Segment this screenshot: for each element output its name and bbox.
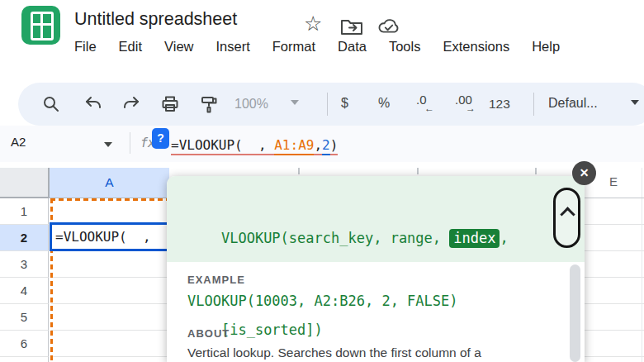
grid-column-tick — [535, 168, 537, 174]
row-header-partial — [0, 357, 49, 362]
grid-column-tick — [298, 168, 300, 174]
search-icon[interactable] — [41, 94, 61, 114]
percent-format-button[interactable]: % — [378, 96, 390, 111]
row-header-5[interactable]: 5 — [0, 304, 49, 331]
more-formats-button[interactable]: 123 — [489, 97, 510, 112]
cloud-check-icon[interactable] — [376, 16, 401, 40]
menu-format[interactable]: Format — [272, 39, 315, 55]
increase-decimal-button[interactable]: .00 → — [455, 93, 483, 117]
name-box[interactable]: A2 — [11, 135, 26, 149]
formula-help-badge[interactable]: ? — [152, 128, 169, 149]
signature-suffix: , — [500, 230, 508, 246]
document-title[interactable]: Untitled spreadsheet — [74, 9, 237, 30]
close-help-button[interactable]: ✕ — [572, 161, 596, 185]
increase-decimal-arrow-icon: → — [466, 102, 476, 114]
function-signature: VLOOKUP(search_key, range, index, [is_so… — [167, 176, 585, 262]
font-caret-icon[interactable] — [631, 100, 639, 105]
formula-seg-index: 2 — [322, 137, 330, 155]
row-header-6[interactable]: 6 — [0, 331, 49, 357]
star-icon[interactable]: ☆ — [304, 12, 322, 35]
row-header-1[interactable]: 1 — [0, 198, 49, 225]
redo-icon[interactable] — [121, 94, 141, 114]
print-icon[interactable] — [160, 94, 180, 114]
decrease-decimal-arrow-icon: ← — [424, 102, 434, 114]
row-header-3[interactable]: 3 — [0, 251, 49, 278]
undo-icon[interactable] — [83, 94, 103, 114]
grid-column-tick — [417, 168, 419, 174]
menu-file[interactable]: File — [74, 39, 97, 55]
menu-tools[interactable]: Tools — [389, 39, 421, 55]
formula-input[interactable]: =VLOOKUP( , A1:A9,2) — [171, 137, 338, 153]
about-label: ABOUT — [187, 327, 585, 340]
column-header-a[interactable]: A — [50, 168, 169, 198]
formula-seg-range: A1:A9 — [274, 137, 314, 155]
row-header-2[interactable]: 2 — [0, 225, 49, 251]
signature-prefix: VLOOKUP(search_key, range, — [221, 230, 449, 246]
formula-seg-comma: , — [258, 137, 274, 155]
menu-help[interactable]: Help — [532, 39, 560, 55]
paint-format-icon[interactable] — [199, 94, 219, 114]
zoom-caret-icon[interactable] — [291, 100, 299, 105]
collapse-help-button[interactable] — [553, 188, 580, 248]
range-highlight-border — [50, 198, 169, 201]
formula-seg-blank — [243, 137, 258, 155]
sheets-logo-icon[interactable] — [21, 6, 60, 45]
currency-format-button[interactable]: $ — [341, 96, 348, 111]
menu-bar: File Edit View Insert Format Data Tools … — [74, 39, 560, 55]
header-border — [585, 198, 644, 198]
menu-data[interactable]: Data — [338, 39, 367, 55]
toolbar-divider — [533, 93, 534, 116]
name-box-caret-icon[interactable] — [104, 142, 112, 147]
font-select[interactable]: Defaul... — [548, 96, 598, 111]
example-code: VLOOKUP(10003, A2:B26, 2, FALSE) — [187, 293, 585, 309]
menu-edit[interactable]: Edit — [119, 39, 142, 55]
help-body: EXAMPLE VLOOKUP(10003, A2:B26, 2, FALSE)… — [167, 262, 585, 360]
row-header-4[interactable]: 4 — [0, 278, 49, 304]
move-folder-icon[interactable] — [339, 16, 364, 40]
chevron-up-icon — [560, 207, 575, 221]
select-all-corner[interactable] — [0, 168, 50, 198]
sheets-logo-grid — [31, 12, 54, 40]
example-label: EXAMPLE — [187, 274, 585, 286]
cell-a2-editor[interactable]: =VLOOKUP( , — [50, 222, 173, 251]
zoom-select[interactable]: 100% — [234, 97, 268, 112]
formula-bar-divider — [130, 132, 130, 154]
function-help-popup: VLOOKUP(search_key, range, index, [is_so… — [167, 176, 585, 362]
formula-seg-comma: , — [314, 137, 322, 155]
toolbar-divider — [327, 93, 328, 116]
menu-view[interactable]: View — [164, 39, 193, 55]
menu-insert[interactable]: Insert — [216, 39, 250, 55]
popup-scrollbar[interactable] — [570, 264, 580, 362]
formula-seg-paren: ) — [330, 137, 339, 155]
formula-seg-function: =VLOOKUP( — [171, 137, 243, 155]
menu-extensions[interactable]: Extensions — [443, 39, 509, 55]
signature-highlight-index: index — [449, 229, 500, 248]
about-text: Vertical lookup. Searches down the first… — [187, 345, 585, 360]
decrease-decimal-button[interactable]: .0 ← — [416, 93, 444, 117]
